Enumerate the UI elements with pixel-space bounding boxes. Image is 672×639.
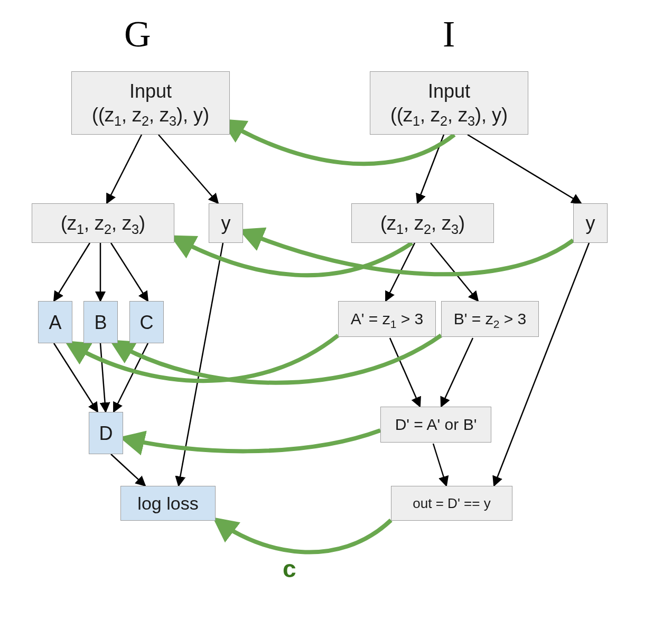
svg-line-16 bbox=[433, 444, 446, 486]
node-g-a-label: A bbox=[49, 311, 61, 334]
svg-line-2 bbox=[54, 243, 90, 301]
svg-line-4 bbox=[111, 243, 148, 301]
svg-line-15 bbox=[441, 338, 473, 407]
node-i-ztuple: (z1, z2, z3) bbox=[351, 203, 494, 243]
svg-line-0 bbox=[107, 135, 142, 203]
node-i-aprime: A' = z1 > 3 bbox=[338, 301, 436, 337]
node-i-y: y bbox=[573, 203, 608, 243]
svg-line-10 bbox=[417, 135, 444, 203]
node-g-ztuple: (z1, z2, z3) bbox=[32, 203, 174, 243]
correspondence-label: c bbox=[283, 555, 296, 583]
node-i-out: out = D' == y bbox=[391, 486, 512, 521]
node-g-input: Input((z1, z2, z3), y) bbox=[71, 71, 230, 135]
node-g-y: y bbox=[209, 203, 243, 243]
svg-line-14 bbox=[390, 338, 420, 407]
node-i-ztuple-label: (z1, z2, z3) bbox=[380, 211, 465, 235]
node-g-c-label: C bbox=[140, 311, 154, 334]
node-g-b: B bbox=[83, 301, 118, 343]
node-g-d: D bbox=[89, 412, 123, 454]
node-g-b-label: B bbox=[94, 311, 107, 334]
node-i-dprime: D' = A' or B' bbox=[380, 407, 491, 443]
svg-line-9 bbox=[179, 243, 223, 486]
node-i-out-label: out = D' == y bbox=[413, 495, 490, 512]
svg-line-6 bbox=[100, 343, 106, 412]
graph-g-title: G bbox=[124, 13, 151, 55]
node-g-a: A bbox=[38, 301, 72, 343]
node-g-y-label: y bbox=[221, 211, 231, 235]
node-g-c: C bbox=[129, 301, 164, 343]
svg-line-5 bbox=[54, 343, 98, 412]
node-i-aprime-label: A' = z1 > 3 bbox=[351, 309, 424, 329]
node-i-input-label: Input((z1, z2, z3), y) bbox=[390, 79, 508, 127]
node-g-logloss-label: log loss bbox=[137, 492, 198, 515]
node-i-bprime: B' = z2 > 3 bbox=[441, 301, 539, 337]
svg-line-1 bbox=[158, 135, 218, 203]
node-g-logloss: log loss bbox=[120, 486, 216, 521]
svg-line-17 bbox=[494, 243, 589, 486]
diagram-canvas: G I Input((z1, z2, z3), y) (z1, z2, z3) … bbox=[0, 0, 672, 639]
node-i-dprime-label: D' = A' or B' bbox=[395, 415, 477, 435]
node-i-y-label: y bbox=[586, 211, 595, 235]
node-g-d-label: D bbox=[99, 421, 113, 445]
svg-line-13 bbox=[431, 243, 478, 301]
node-g-ztuple-label: (z1, z2, z3) bbox=[61, 211, 145, 235]
graph-i-title: I bbox=[443, 13, 455, 55]
svg-line-7 bbox=[114, 343, 148, 412]
svg-line-8 bbox=[111, 454, 145, 486]
svg-line-11 bbox=[468, 135, 581, 203]
node-g-input-label: Input((z1, z2, z3), y) bbox=[92, 79, 209, 127]
svg-line-12 bbox=[386, 243, 415, 301]
node-i-bprime-label: B' = z2 > 3 bbox=[454, 309, 527, 329]
node-i-input: Input((z1, z2, z3), y) bbox=[370, 71, 528, 135]
